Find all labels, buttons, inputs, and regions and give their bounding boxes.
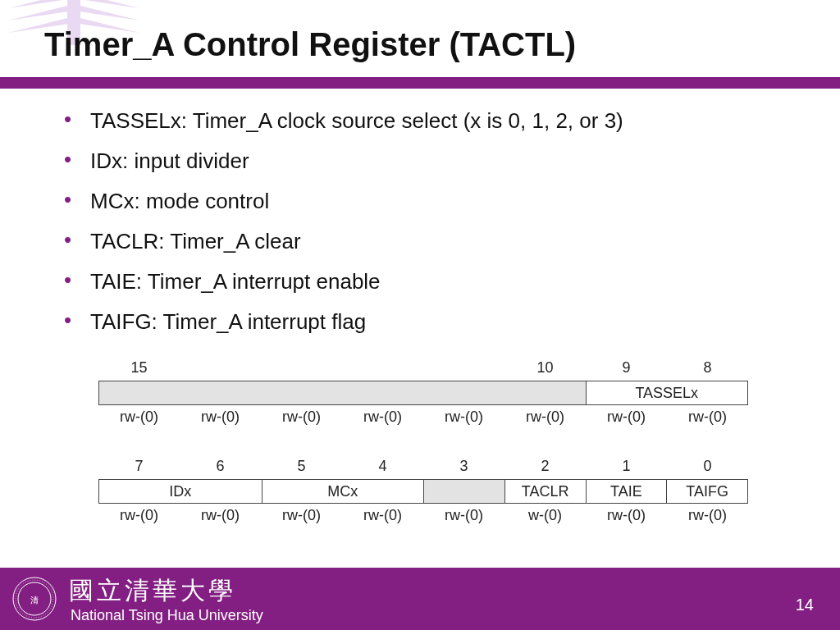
page-number: 14 — [796, 596, 814, 614]
field-idx: IDx — [99, 480, 262, 503]
rw-row: rw-(0) rw-(0) rw-(0) rw-(0) rw-(0) rw-(0… — [98, 409, 748, 426]
field-mcx: MCx — [262, 480, 424, 503]
slide-title: Timer_A Control Register (TACTL) — [44, 26, 576, 63]
university-name-en: National Tsing Hua University — [71, 607, 263, 624]
bullet-item: IDx: input divider — [64, 148, 786, 174]
university-name-zh: 國立清華大學 — [69, 574, 236, 608]
field-unused — [99, 381, 586, 404]
bit-fields: TASSELx — [98, 381, 748, 405]
bullet-item: TACLR: Timer_A clear — [64, 229, 786, 254]
rw-row: rw-(0) rw-(0) rw-(0) rw-(0) rw-(0) w-(0)… — [98, 507, 748, 524]
bullet-list: TASSELx: Timer_A clock source select (x … — [64, 108, 786, 349]
bullet-item: MCx: mode control — [64, 189, 786, 214]
field-tasselx: TASSELx — [586, 381, 748, 404]
field-taifg: TAIFG — [666, 480, 747, 503]
bullet-item: TASSELx: Timer_A clock source select (x … — [64, 108, 786, 134]
register-row-low: 7 6 5 4 3 2 1 0 IDx MCx TACLR TAIE TAIFG… — [98, 458, 748, 524]
bit-numbers: 15 10 9 8 — [98, 359, 748, 379]
university-seal-icon: 清 — [11, 576, 57, 622]
bullet-item: TAIFG: Timer_A interrupt flag — [64, 309, 786, 335]
footer-bar: 清 國立清華大學 National Tsing Hua University 1… — [0, 568, 840, 630]
field-unused — [423, 480, 504, 503]
title-underline — [0, 77, 840, 89]
bullet-item: TAIE: Timer_A interrupt enable — [64, 269, 786, 294]
field-taie: TAIE — [586, 480, 667, 503]
svg-text:清: 清 — [30, 596, 39, 605]
bit-numbers: 7 6 5 4 3 2 1 0 — [98, 458, 748, 477]
bit-fields: IDx MCx TACLR TAIE TAIFG — [98, 479, 748, 504]
register-row-high: 15 10 9 8 TASSELx rw-(0) rw-(0) rw-(0) r… — [98, 359, 748, 426]
field-taclr: TACLR — [504, 480, 586, 503]
